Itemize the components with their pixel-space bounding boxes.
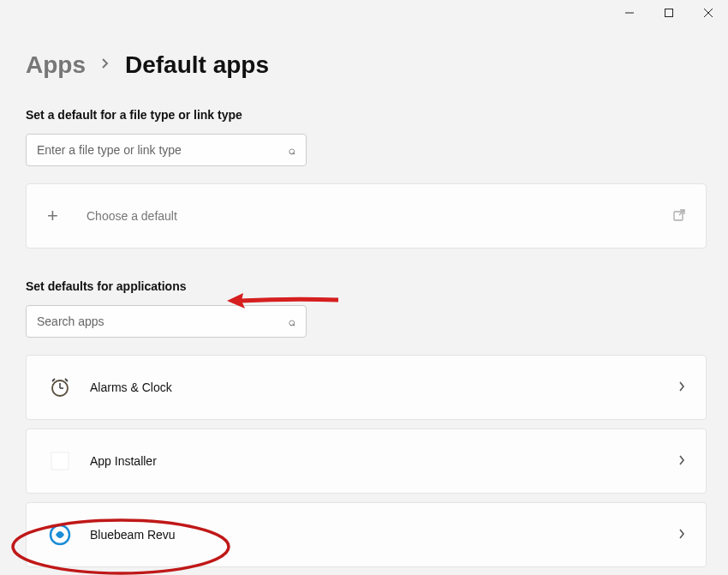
chevron-right-icon (678, 527, 685, 542)
filetype-search-box[interactable]: ⌕ (26, 134, 307, 166)
breadcrumb: Apps Default apps (26, 51, 702, 79)
search-icon: ⌕ (289, 143, 295, 157)
choose-default-button[interactable]: + Choose a default (26, 183, 707, 249)
minimize-button[interactable] (610, 0, 649, 26)
app-item-label: Alarms & Clock (90, 380, 172, 394)
search-icon: ⌕ (289, 314, 295, 328)
app-item-label: Bluebeam Revu (90, 528, 176, 542)
plus-icon: + (47, 205, 73, 227)
alarms-clock-icon (47, 374, 73, 400)
chevron-right-icon (101, 57, 110, 73)
app-item-bluebeam-revu[interactable]: Bluebeam Revu (26, 502, 707, 567)
open-external-icon (673, 209, 685, 224)
chevron-right-icon (678, 453, 685, 469)
page-title: Default apps (125, 51, 269, 79)
svg-rect-9 (51, 452, 69, 470)
window-controls (610, 0, 728, 26)
app-item-label: App Installer (90, 454, 157, 468)
app-installer-icon (47, 448, 73, 474)
app-item-alarms-clock[interactable]: Alarms & Clock (26, 355, 707, 420)
apps-search-input[interactable] (37, 314, 289, 328)
section-heading-filetype: Set a default for a file type or link ty… (26, 108, 702, 122)
app-item-app-installer[interactable]: App Installer (26, 428, 707, 494)
bluebeam-revu-icon (47, 522, 73, 548)
filetype-search-input[interactable] (37, 143, 289, 157)
svg-rect-1 (665, 9, 673, 17)
apps-search-box[interactable]: ⌕ (26, 305, 307, 338)
chevron-right-icon (678, 380, 685, 395)
section-heading-apps: Set defaults for applications (26, 279, 702, 293)
maximize-button[interactable] (649, 0, 689, 26)
breadcrumb-parent[interactable]: Apps (26, 51, 86, 79)
close-button[interactable] (689, 0, 728, 26)
choose-default-label: Choose a default (87, 209, 177, 223)
